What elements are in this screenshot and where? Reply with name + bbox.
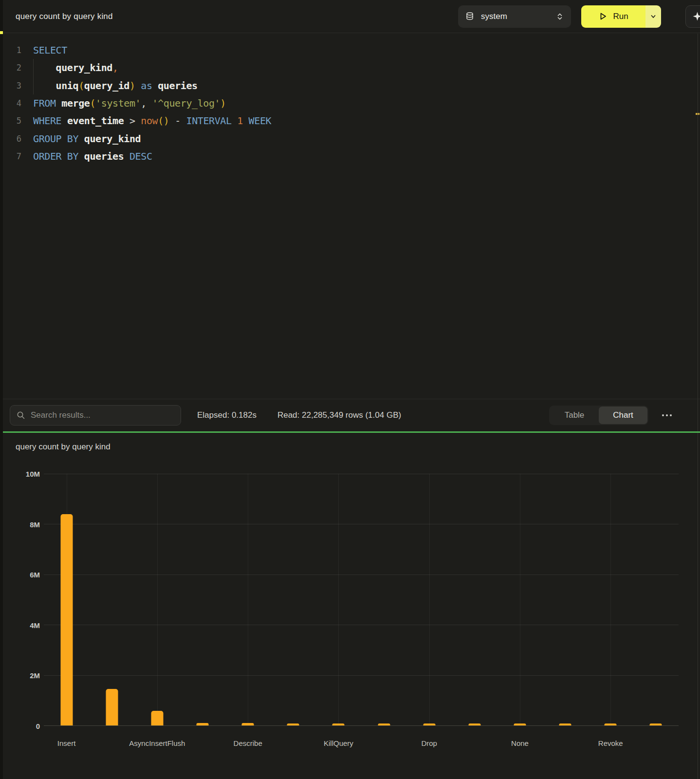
code-text: uniq(query_id) as queries (33, 80, 198, 92)
code-line: 1SELECT (3, 41, 700, 59)
search-results-input[interactable] (31, 410, 167, 420)
chart-bar (332, 723, 345, 725)
toggle-option-chart[interactable]: Chart (599, 407, 647, 424)
header-controls: system Run (458, 5, 700, 28)
code-line: 5WHERE event_time > now() - INTERVAL 1 W… (3, 112, 700, 130)
code-line: 4FROM merge('system', '^query_log') (3, 94, 700, 112)
code-line: 3 uniq(query_id) as queries (3, 77, 700, 94)
query-header: query count by query kind system (3, 0, 700, 33)
y-axis-label: 2M (30, 671, 40, 680)
run-button-group: Run (581, 5, 661, 28)
line-number: 1 (3, 45, 21, 55)
chart-panel: query count by query kind 10M8M6M4M2M0 I… (3, 433, 700, 778)
code-line: 7ORDER BY queries DESC (3, 148, 700, 165)
v-gridline (248, 474, 248, 725)
sparkle-icon (692, 11, 700, 21)
sql-editor[interactable]: 1SELECT2 query_kind,3 uniq(query_id) as … (3, 33, 700, 399)
code-line: 6GROUP BY query_kind (3, 130, 700, 147)
line-number: 5 (3, 116, 21, 126)
code-text: GROUP BY query_kind (33, 133, 141, 145)
chart-bar (287, 723, 299, 725)
chart-bar (106, 689, 118, 725)
play-icon (598, 12, 608, 21)
run-button[interactable]: Run (581, 5, 645, 28)
chart-bar (378, 723, 390, 725)
query-title: query count by query kind (16, 12, 113, 21)
code-line: 2 query_kind, (3, 59, 700, 76)
chart-x-axis: InsertAsyncInsertFlushDescribeKillQueryD… (44, 739, 679, 749)
x-axis-label: Describe (234, 739, 262, 747)
y-axis-label: 0 (36, 722, 40, 730)
left-edge-strip (0, 0, 3, 779)
line-number: 3 (3, 81, 21, 91)
more-options-button[interactable] (661, 411, 673, 419)
code-lines: 1SELECT2 query_kind,3 uniq(query_id) as … (3, 41, 700, 165)
chart-bar (559, 723, 571, 725)
v-gridline (338, 474, 339, 725)
results-toolbar: Elapsed: 0.182s Read: 22,285,349 rows (1… (3, 399, 700, 431)
active-tab-accent-marker (0, 31, 3, 34)
v-gridline (157, 474, 158, 725)
run-options-caret[interactable] (645, 5, 661, 28)
x-axis-label: KillQuery (324, 739, 353, 747)
x-axis-label: None (511, 739, 529, 747)
x-axis-label: AsyncInsertFlush (129, 739, 185, 747)
y-axis-label: 10M (26, 470, 40, 478)
chart-bar (242, 723, 254, 725)
y-axis-label: 4M (30, 621, 40, 629)
chart-bar (650, 723, 662, 725)
chart-bar (423, 723, 435, 725)
chart-bar (60, 514, 73, 725)
h-gridline (44, 675, 679, 676)
line-number: 4 (3, 98, 21, 108)
select-updown-icon (556, 12, 564, 21)
h-gridline (44, 625, 679, 625)
chart-y-axis: 10M8M6M4M2M0 (3, 474, 40, 726)
ellipsis-icon (662, 414, 664, 416)
line-number: 2 (3, 63, 21, 73)
code-text: SELECT (33, 44, 67, 56)
y-axis-label: 8M (30, 520, 40, 528)
y-axis-label: 6M (30, 571, 40, 579)
v-gridline (610, 474, 611, 725)
database-selector-value: system (481, 12, 507, 21)
database-icon (465, 12, 474, 21)
line-number: 6 (3, 134, 21, 144)
line-number: 7 (3, 151, 21, 161)
x-axis-label: Insert (57, 739, 76, 747)
h-gridline (44, 474, 679, 474)
chart-bar (468, 723, 480, 725)
code-text: WHERE event_time > now() - INTERVAL 1 WE… (33, 115, 271, 127)
v-gridline (520, 474, 520, 725)
v-gridline (429, 474, 430, 725)
ai-assist-button[interactable] (685, 5, 700, 28)
h-gridline (44, 524, 679, 524)
chart-title: query count by query kind (16, 442, 111, 452)
database-selector[interactable]: system (458, 5, 571, 28)
search-icon (17, 411, 25, 420)
read-stat: Read: 22,285,349 rows (1.04 GB) (277, 410, 401, 420)
toggle-option-table[interactable]: Table (550, 407, 599, 424)
x-axis-label: Drop (421, 739, 437, 747)
chart-bar (151, 711, 163, 725)
chart-plot (44, 474, 679, 726)
chevron-down-icon (650, 13, 657, 20)
x-axis-label: Revoke (598, 739, 623, 747)
chart-bar (605, 723, 617, 725)
code-text: FROM merge('system', '^query_log') (33, 97, 226, 109)
elapsed-stat: Elapsed: 0.182s (197, 410, 257, 420)
view-toggle: Table Chart (549, 406, 648, 425)
indent-guide (33, 59, 34, 94)
chart-bar (197, 723, 209, 725)
chart-bar (514, 723, 526, 725)
console-panel: query count by query kind system (3, 0, 700, 779)
run-button-label: Run (613, 12, 628, 21)
search-box[interactable] (10, 405, 181, 426)
h-gridline (44, 575, 679, 575)
code-text: ORDER BY queries DESC (33, 150, 152, 162)
code-text: query_kind, (33, 62, 118, 74)
panel-resize-handle[interactable] (3, 431, 700, 433)
